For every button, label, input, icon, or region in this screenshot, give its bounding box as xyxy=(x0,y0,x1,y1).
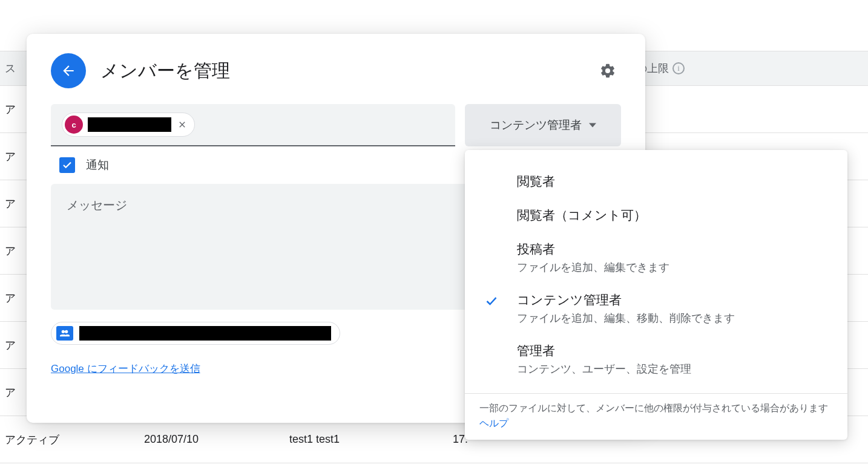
back-button[interactable] xyxy=(51,53,86,88)
row-name: test1 test1 xyxy=(289,433,453,446)
role-selected-label: コンテンツ管理者 xyxy=(490,117,582,133)
input-row: c コンテンツ管理者 xyxy=(51,104,621,146)
row-cell: ア xyxy=(5,102,16,117)
role-option-manager[interactable]: 管理者 コンテンツ、ユーザー、設定を管理 xyxy=(465,334,847,385)
role-dropdown-trigger[interactable]: コンテンツ管理者 xyxy=(465,104,621,146)
shared-drive-chip[interactable] xyxy=(51,322,340,345)
row-status: アクティブ xyxy=(5,432,144,447)
row-cell: ア xyxy=(5,338,16,353)
message-placeholder: メッセージ xyxy=(67,198,127,212)
role-option-title: 管理者 xyxy=(517,342,830,359)
role-option-contributor[interactable]: 投稿者 ファイルを追加、編集できます xyxy=(465,232,847,283)
role-option-title: 閲覧者 xyxy=(517,173,830,190)
row-cell: ア xyxy=(5,197,16,211)
gear-icon xyxy=(599,62,616,79)
role-option-title: 閲覧者（コメント可） xyxy=(517,207,830,224)
modal-title: メンバーを管理 xyxy=(100,59,580,83)
dropdown-footer: 一部のファイルに対して、メンバーに他の権限が付与されている場合があります ヘルプ xyxy=(465,393,847,430)
avatar: c xyxy=(65,116,83,134)
people-input[interactable]: c xyxy=(51,104,455,146)
role-option-viewer[interactable]: 閲覧者 xyxy=(465,165,847,198)
dropdown-footer-note: 一部のファイルに対して、メンバーに他の権限が付与されている場合があります xyxy=(479,402,833,415)
check-icon xyxy=(484,295,499,307)
row-date: 2018/07/10 xyxy=(144,433,289,446)
row-cell: ア xyxy=(5,291,16,305)
shared-drive-name-redacted xyxy=(79,326,331,341)
row-cell: ア xyxy=(5,385,16,400)
chip-remove-button[interactable] xyxy=(176,119,188,131)
notify-checkbox[interactable] xyxy=(59,157,75,173)
help-link[interactable]: ヘルプ xyxy=(479,417,833,430)
close-icon xyxy=(177,120,187,129)
role-option-title: コンテンツ管理者 xyxy=(517,292,830,308)
role-option-content-manager[interactable]: コンテンツ管理者 ファイルを追加、編集、移動、削除できます xyxy=(465,283,847,334)
info-icon[interactable]: i xyxy=(672,62,685,74)
role-option-desc: コンテンツ、ユーザー、設定を管理 xyxy=(517,362,830,376)
notify-label: 通知 xyxy=(86,157,109,173)
check-icon xyxy=(62,160,73,171)
row-cell: ア xyxy=(5,149,16,164)
row-cell: ア xyxy=(5,244,16,258)
role-option-desc: ファイルを追加、編集、移動、削除できます xyxy=(517,311,830,325)
send-feedback-link[interactable]: Google にフィードバックを送信 xyxy=(51,362,200,376)
settings-button[interactable] xyxy=(594,57,621,84)
modal-header: メンバーを管理 xyxy=(51,53,621,88)
shared-drive-icon xyxy=(56,326,73,341)
arrow-left-icon xyxy=(61,63,76,79)
role-option-commenter[interactable]: 閲覧者（コメント可） xyxy=(465,198,847,232)
role-option-desc: ファイルを追加、編集できます xyxy=(517,260,830,275)
role-option-title: 投稿者 xyxy=(517,241,830,258)
header-status-fragment: ス xyxy=(5,61,16,76)
chevron-down-icon xyxy=(589,123,596,128)
selected-check xyxy=(482,292,501,311)
member-chip[interactable]: c xyxy=(62,113,195,137)
role-dropdown-menu: 閲覧者 閲覧者（コメント可） 投稿者 ファイルを追加、編集できます コンテンツ管… xyxy=(465,150,847,440)
chip-name-redacted xyxy=(88,117,171,132)
